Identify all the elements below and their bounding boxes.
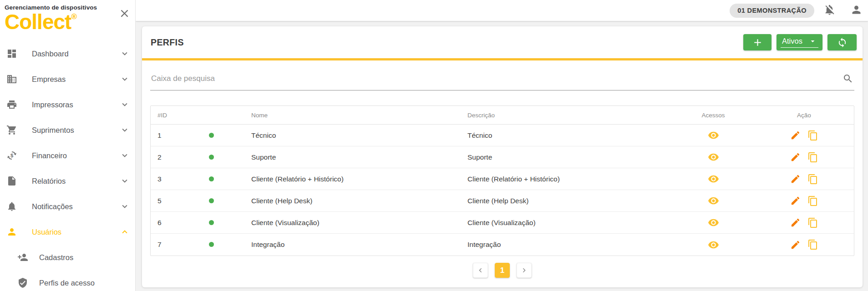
add-profile-button[interactable] [743,34,772,50]
sidebar-item-perfis-de-acesso[interactable]: Perfis de acesso [0,270,135,291]
pagination: 1 [142,263,863,278]
table-row: 2SuporteSuporte [151,146,854,168]
view-access-button[interactable] [708,217,719,228]
search-icon [843,73,853,84]
row-acessos-cell [672,217,754,228]
view-access-button[interactable] [708,173,719,185]
row-nome: Cliente (Visualização) [251,219,467,227]
chevron-down-icon [120,49,130,59]
environment-chip[interactable]: 01 DEMONSTRAÇÃO [730,4,814,18]
header-actions: Ativos [743,34,857,50]
user-menu-button[interactable] [849,3,863,18]
brand-logo: Gerenciamento de dispositivos Collect® [0,0,135,35]
page-title: PERFIS [151,37,743,48]
row-acao-cell [754,152,854,163]
sidebar-item-usuarios[interactable]: Usuários [0,219,135,245]
bell-icon [6,201,17,212]
search-input[interactable] [150,71,854,90]
eye-icon [708,130,719,141]
refresh-button[interactable] [827,34,857,50]
view-access-button[interactable] [708,151,719,163]
edit-icon [790,174,801,184]
row-acao-cell [754,196,854,206]
column-header-descricao: Descrição [467,112,672,119]
table-row: 1TécnicoTécnico [151,125,854,146]
copy-profile-button[interactable] [807,239,818,250]
sidebar-item-financeiro[interactable]: $Financeiro [0,143,135,168]
copy-profile-button[interactable] [807,217,818,228]
notifications-off-button[interactable] [822,3,837,18]
eye-icon [708,195,719,206]
table-row: 6Cliente (Visualização)Cliente (Visualiz… [151,212,854,234]
sidebar-item-relatorios[interactable]: Relatórios [0,168,135,194]
row-nome: Integração [251,241,467,249]
row-acessos-cell [672,239,754,251]
edit-icon [790,152,801,162]
table-row: 3Cliente (Relatório + Histórico)Cliente … [151,168,854,190]
row-acao-cell [754,239,854,250]
row-id: 6 [151,219,209,227]
copy-profile-button[interactable] [807,174,818,185]
copy-profile-button[interactable] [807,196,818,206]
row-nome: Suporte [251,153,467,161]
sidebar-item-suprimentos[interactable]: Suprimentos [0,117,135,143]
chevron-left-icon [476,266,485,275]
column-header-nome: Nome [251,112,467,119]
copy-profile-button[interactable] [807,152,818,163]
row-status-cell [209,175,251,183]
column-header-id: #ID [151,112,209,119]
dashboard-icon [6,48,17,59]
edit-icon [790,217,801,228]
edit-profile-button[interactable] [790,217,801,228]
edit-profile-button[interactable] [790,240,801,250]
view-access-button[interactable] [708,195,719,206]
edit-icon [790,130,801,140]
edit-profile-button[interactable] [790,196,801,206]
next-page-button[interactable] [517,263,532,278]
status-dot-active [209,155,214,160]
chevron-down-icon [120,74,130,84]
row-id: 5 [151,197,209,205]
person-add-icon [17,252,28,263]
company-icon [6,74,17,85]
eye-icon [708,239,719,251]
sidebar-item-dashboard[interactable]: Dashboard [0,41,135,66]
copy-profile-button[interactable] [807,130,818,141]
sidebar-item-label: Dashboard [32,50,120,58]
copy-icon [807,174,818,185]
status-filter-select[interactable]: Ativos [777,34,822,50]
row-nome: Cliente (Help Desk) [251,197,467,205]
view-access-button[interactable] [708,130,719,141]
search-icon-adornment [843,73,853,86]
chevron-down-icon [120,100,130,110]
eye-icon [708,173,719,185]
sidebar-close-button[interactable] [117,6,132,22]
plus-icon [752,37,763,48]
view-access-button[interactable] [708,239,719,251]
row-acessos-cell [672,173,754,185]
page-1-button[interactable]: 1 [495,263,510,278]
close-icon [118,7,131,20]
user-icon [850,4,863,16]
table-row: 7IntegraçãoIntegração [151,234,854,256]
copy-icon [807,239,818,250]
topbar: 01 DEMONSTRAÇÃO [136,0,868,21]
sidebar-item-label: Relatórios [32,177,120,186]
status-dot-active [209,176,214,181]
edit-profile-button[interactable] [790,152,801,162]
table-body: 1TécnicoTécnico2SuporteSuporte3Cliente (… [151,125,854,256]
edit-profile-button[interactable] [790,174,801,184]
sidebar-item-label: Empresas [32,75,120,84]
sidebar-item-empresas[interactable]: Empresas [0,66,135,92]
row-id: 3 [151,175,209,183]
copy-icon [807,217,818,228]
refresh-icon [837,37,848,48]
sidebar-item-notificacoes[interactable]: Notificações [0,194,135,219]
sidebar-item-impressoras[interactable]: Impressoras [0,92,135,117]
row-descricao: Técnico [467,131,672,140]
sidebar-item-cadastros[interactable]: Cadastros [0,245,135,270]
previous-page-button[interactable] [473,263,488,278]
sidebar-item-label: Cadastros [39,253,130,262]
edit-profile-button[interactable] [790,130,801,140]
copy-icon [807,130,818,141]
